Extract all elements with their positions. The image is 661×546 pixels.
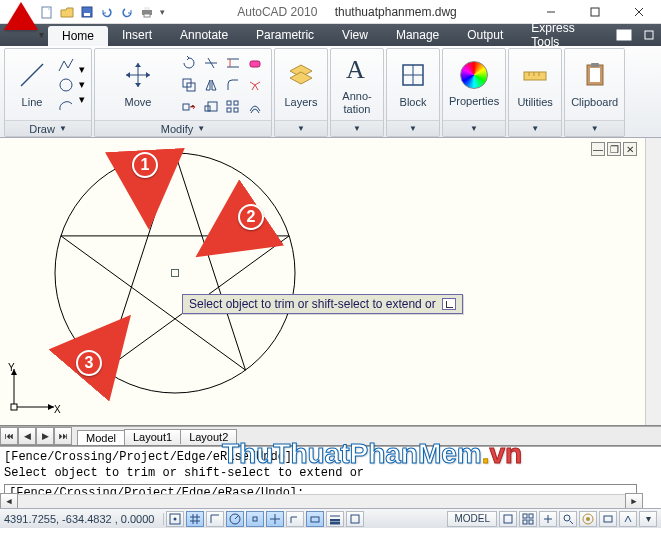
- draw-dd-3[interactable]: ▾: [79, 93, 85, 106]
- extend-icon[interactable]: [223, 53, 243, 73]
- array-icon[interactable]: [223, 97, 243, 117]
- scroll-right-button[interactable]: ▶: [625, 493, 643, 509]
- file-name: thuthuatphanmem.dwg: [335, 5, 457, 19]
- scale-icon[interactable]: [201, 97, 221, 117]
- panel-draw-title[interactable]: Draw: [29, 123, 55, 135]
- command-window: [Fence/Crossing/Project/Edge/eRase/Undo]…: [0, 446, 661, 508]
- panel-clipboard[interactable]: Clipboard ▼: [564, 48, 625, 137]
- status-otrack-icon[interactable]: [266, 511, 284, 527]
- new-icon[interactable]: [40, 5, 54, 19]
- tab-insert[interactable]: Insert: [108, 24, 166, 46]
- status-zoom-icon[interactable]: [559, 511, 577, 527]
- status-layout-grid-icon[interactable]: [499, 511, 517, 527]
- scroll-left-button[interactable]: ◀: [0, 493, 18, 509]
- status-showmotion-icon[interactable]: [599, 511, 617, 527]
- status-dyn-icon[interactable]: [306, 511, 324, 527]
- clipboard-icon: [580, 60, 610, 90]
- status-qview-icon[interactable]: [519, 511, 537, 527]
- draw-dd-2[interactable]: ▾: [79, 78, 85, 91]
- move-label: Move: [125, 96, 152, 108]
- app-title: AutoCAD 2010: [237, 5, 317, 19]
- command-h-scrollbar[interactable]: ◀ ▶: [0, 494, 643, 508]
- open-icon[interactable]: [60, 5, 74, 19]
- command-history-line: Select object to trim or shift-select to…: [4, 465, 657, 481]
- mirror-icon[interactable]: [201, 75, 221, 95]
- panel-block[interactable]: Block ▼: [386, 48, 440, 137]
- fillet-icon[interactable]: [223, 75, 243, 95]
- clipboard-label: Clipboard: [571, 96, 618, 108]
- status-osnap-icon[interactable]: [246, 511, 264, 527]
- tab-envelope[interactable]: [611, 24, 636, 46]
- tooltip-text: Select object to trim or shift-select to…: [189, 297, 436, 311]
- panel-utilities[interactable]: Utilities ▼: [508, 48, 562, 137]
- app-menu-button[interactable]: ▾: [4, 2, 38, 36]
- erase-icon[interactable]: [245, 53, 265, 73]
- annotation-icon: A: [342, 54, 372, 84]
- utilities-label: Utilities: [517, 96, 552, 108]
- svg-rect-58: [523, 520, 527, 524]
- tab-manage[interactable]: Manage: [382, 24, 453, 46]
- layout-tab-layout2[interactable]: Layout2: [180, 429, 237, 444]
- status-lwt-icon[interactable]: [326, 511, 344, 527]
- drawing-viewport[interactable]: — ❐ ✕ 1 2 3 Select object to trim or shi…: [0, 138, 661, 426]
- panel-properties[interactable]: Properties ▼: [442, 48, 506, 137]
- print-icon[interactable]: [140, 5, 154, 19]
- svg-rect-64: [604, 516, 612, 522]
- tab-parametric[interactable]: Parametric: [242, 24, 328, 46]
- layout-tab-model[interactable]: Model: [77, 430, 125, 445]
- draw-dd-1[interactable]: ▾: [79, 63, 85, 76]
- polyline-icon[interactable]: [57, 56, 75, 74]
- layout-next-button[interactable]: ▶: [36, 427, 54, 445]
- tab-view[interactable]: View: [328, 24, 382, 46]
- status-model-button[interactable]: MODEL: [447, 511, 497, 527]
- redo-icon[interactable]: [120, 5, 134, 19]
- status-annoscale-icon[interactable]: [619, 511, 637, 527]
- status-snap-icon[interactable]: [166, 511, 184, 527]
- layout-tab-layout1[interactable]: Layout1: [124, 429, 181, 444]
- panel-modify-title[interactable]: Modify: [161, 123, 193, 135]
- layout-first-button[interactable]: ⏮: [0, 427, 18, 445]
- close-button[interactable]: [617, 0, 661, 24]
- copy-icon[interactable]: [179, 75, 199, 95]
- svg-line-61: [570, 521, 573, 524]
- undo-icon[interactable]: [100, 5, 114, 19]
- circle-icon[interactable]: [57, 76, 75, 94]
- tab-home[interactable]: Home: [48, 26, 108, 46]
- tab-express[interactable]: Express Tools: [517, 24, 611, 46]
- stretch-icon[interactable]: [179, 97, 199, 117]
- layout-prev-button[interactable]: ◀: [18, 427, 36, 445]
- minimize-button[interactable]: [529, 0, 573, 24]
- trim-icon[interactable]: [201, 53, 221, 73]
- layers-label: Layers: [284, 96, 317, 108]
- status-steering-icon[interactable]: [579, 511, 597, 527]
- arc-icon[interactable]: [57, 96, 75, 114]
- offset-icon[interactable]: [245, 97, 265, 117]
- tab-annotate[interactable]: Annotate: [166, 24, 242, 46]
- explode-icon[interactable]: [245, 75, 265, 95]
- layout-last-button[interactable]: ⏭: [54, 427, 72, 445]
- tab-minimize-ribbon[interactable]: [636, 24, 661, 46]
- rotate-icon[interactable]: [179, 53, 199, 73]
- ribbon-tab-bar: Home Insert Annotate Parametric View Man…: [0, 24, 661, 46]
- svg-rect-5: [144, 14, 150, 17]
- tab-output[interactable]: Output: [453, 24, 517, 46]
- status-ducs-icon[interactable]: [286, 511, 304, 527]
- status-pan-icon[interactable]: [539, 511, 557, 527]
- line-button[interactable]: Line: [11, 57, 53, 111]
- status-grid-icon[interactable]: [186, 511, 204, 527]
- save-icon[interactable]: [80, 5, 94, 19]
- svg-rect-23: [234, 101, 238, 105]
- status-polar-icon[interactable]: [226, 511, 244, 527]
- status-coordinates[interactable]: 4391.7255, -634.4832 , 0.0000: [4, 513, 164, 525]
- callout-2: 2: [238, 204, 264, 230]
- status-qp-icon[interactable]: [346, 511, 364, 527]
- status-tray-settings-icon[interactable]: ▾: [639, 511, 657, 527]
- line-icon: [17, 60, 47, 90]
- dynamic-input-icon: [442, 298, 456, 310]
- svg-text:A: A: [346, 55, 365, 84]
- move-button[interactable]: Move: [101, 57, 175, 111]
- panel-annotation[interactable]: A Anno-tation ▼: [330, 48, 384, 137]
- status-ortho-icon[interactable]: [206, 511, 224, 527]
- panel-layers[interactable]: Layers ▼: [274, 48, 328, 137]
- maximize-button[interactable]: [573, 0, 617, 24]
